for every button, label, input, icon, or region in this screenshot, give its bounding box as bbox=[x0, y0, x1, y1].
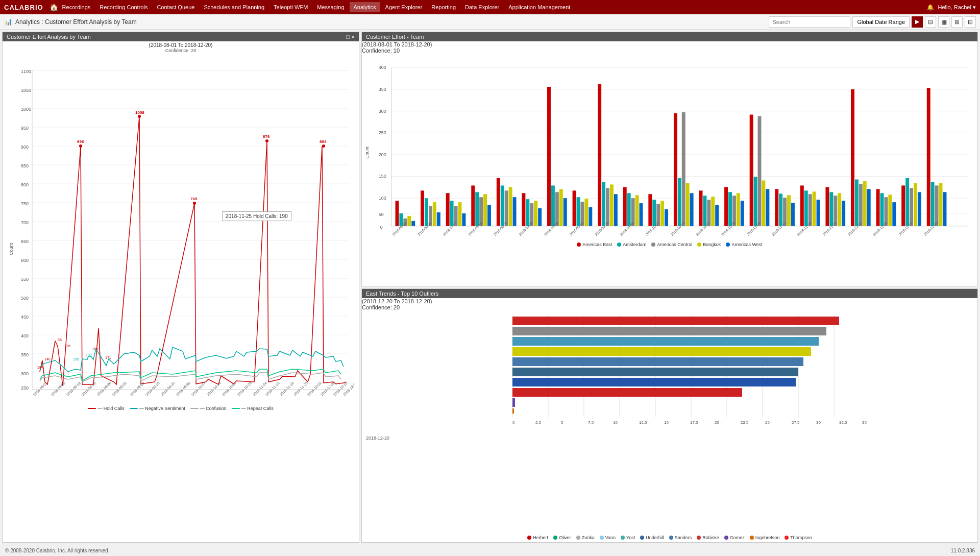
svg-text:17.5: 17.5 bbox=[690, 420, 698, 425]
svg-rect-146 bbox=[627, 193, 631, 226]
svg-rect-145 bbox=[623, 187, 627, 226]
y-axis-date: 2018-12-20 bbox=[366, 436, 397, 441]
right-bottom-y-axis: 2018-12-20 bbox=[366, 312, 397, 533]
svg-text:2018-09-16: 2018-09-16 bbox=[569, 221, 584, 236]
left-chart-subtitle: (2018-08-01 To 2018-12-20) bbox=[3, 41, 359, 48]
filter-btn[interactable]: ⊟ bbox=[925, 16, 936, 28]
svg-rect-125 bbox=[522, 193, 525, 226]
legend-yost: Yost bbox=[621, 535, 635, 540]
svg-text:2018-08-26: 2018-08-26 bbox=[96, 381, 112, 396]
svg-text:15: 15 bbox=[664, 420, 669, 425]
svg-rect-144 bbox=[614, 194, 618, 226]
nav-app-mgmt[interactable]: Application Management bbox=[504, 2, 574, 12]
nav-reporting[interactable]: Reporting bbox=[427, 2, 460, 12]
svg-rect-175 bbox=[775, 189, 778, 226]
svg-rect-132 bbox=[555, 192, 559, 226]
svg-rect-118 bbox=[483, 194, 487, 226]
top-nav: CALABRIO 🏠 Recordings Recording Controls… bbox=[0, 0, 980, 14]
svg-rect-110 bbox=[446, 193, 450, 226]
left-panel: Customer Effort Analysis by Team □ × (20… bbox=[2, 32, 359, 543]
svg-rect-122 bbox=[505, 190, 508, 226]
svg-rect-185 bbox=[825, 187, 829, 226]
svg-rect-128 bbox=[534, 201, 537, 226]
svg-rect-113 bbox=[458, 202, 461, 226]
svg-point-38 bbox=[79, 144, 82, 148]
svg-rect-111 bbox=[450, 201, 454, 226]
nav-recordings[interactable]: Recordings bbox=[58, 2, 95, 12]
nav-recording-controls[interactable]: Recording Controls bbox=[95, 2, 152, 12]
svg-rect-202 bbox=[910, 188, 913, 226]
svg-rect-183 bbox=[813, 191, 816, 226]
svg-rect-156 bbox=[678, 178, 681, 226]
svg-rect-163 bbox=[711, 197, 715, 226]
svg-text:2018-12-09: 2018-12-09 bbox=[872, 221, 888, 236]
collapse-btn[interactable]: ⊟ bbox=[965, 16, 976, 28]
svg-rect-138 bbox=[584, 199, 588, 226]
right-top-chart-container[interactable]: 400 350 300 250 200 150 100 50 0 Count bbox=[362, 54, 977, 286]
home-icon[interactable]: 🏠 bbox=[50, 3, 58, 11]
nav-schedules[interactable]: Schedules and Planning bbox=[200, 2, 268, 12]
svg-text:900: 900 bbox=[21, 144, 29, 150]
svg-text:300: 300 bbox=[379, 109, 386, 114]
svg-text:850: 850 bbox=[21, 163, 29, 168]
nav-messaging[interactable]: Messaging bbox=[313, 2, 348, 12]
close-panel-icon[interactable]: × bbox=[352, 34, 355, 40]
svg-rect-173 bbox=[762, 180, 765, 226]
svg-rect-124 bbox=[513, 197, 517, 226]
svg-text:2018-10-14: 2018-10-14 bbox=[206, 381, 222, 396]
legend-ingebretson: Ingebretson bbox=[750, 535, 780, 540]
svg-text:22.5: 22.5 bbox=[741, 420, 749, 425]
svg-text:184: 184 bbox=[37, 366, 43, 369]
left-chart-container[interactable]: 2018-11-25 Hold Calls: 190 1100 1050 100… bbox=[3, 53, 359, 542]
toolbar: 📊 Analytics : Customer Effort Analysis b… bbox=[0, 14, 980, 30]
svg-text:140: 140 bbox=[44, 357, 51, 361]
svg-text:600: 600 bbox=[21, 258, 29, 263]
nav-data-explorer[interactable]: Data Explorer bbox=[461, 2, 503, 12]
svg-rect-174 bbox=[766, 189, 769, 226]
expand-btn[interactable]: ⊞ bbox=[951, 16, 963, 28]
date-range-button[interactable]: Global Date Range bbox=[852, 16, 910, 28]
svg-text:500: 500 bbox=[21, 296, 29, 301]
svg-rect-196 bbox=[880, 193, 884, 226]
svg-rect-186 bbox=[829, 192, 833, 226]
nav-agent-explorer[interactable]: Agent Explorer bbox=[381, 2, 427, 12]
svg-rect-106 bbox=[425, 198, 428, 226]
svg-text:2018-12-16: 2018-12-16 bbox=[898, 221, 913, 236]
grid-view-btn[interactable]: ▦ bbox=[938, 16, 949, 28]
date-range-apply-btn[interactable]: ▶ bbox=[912, 16, 923, 28]
svg-rect-103 bbox=[407, 216, 411, 226]
nav-teleopti[interactable]: Teleopti WFM bbox=[270, 2, 312, 12]
svg-text:2018-11-11: 2018-11-11 bbox=[771, 221, 787, 236]
bell-icon[interactable]: 🔔 bbox=[927, 4, 934, 11]
svg-text:190: 190 bbox=[86, 353, 92, 357]
svg-rect-190 bbox=[851, 89, 854, 226]
svg-rect-181 bbox=[804, 190, 808, 226]
svg-text:7.5: 7.5 bbox=[588, 420, 594, 425]
right-top-chart-svg: 400 350 300 250 200 150 100 50 0 Count bbox=[366, 56, 973, 239]
svg-text:2018-09-23: 2018-09-23 bbox=[160, 381, 176, 396]
svg-rect-203 bbox=[914, 183, 917, 226]
svg-rect-155 bbox=[674, 113, 677, 226]
svg-rect-178 bbox=[787, 195, 791, 226]
svg-text:650: 650 bbox=[21, 239, 29, 244]
right-top-title: Customer Effort - Team bbox=[362, 32, 977, 41]
svg-rect-114 bbox=[462, 213, 465, 226]
svg-text:10: 10 bbox=[613, 420, 618, 425]
nav-contact-queue[interactable]: Contact Queue bbox=[153, 2, 199, 12]
svg-rect-166 bbox=[728, 192, 732, 226]
expand-panel-icon[interactable]: □ bbox=[346, 34, 350, 40]
user-menu[interactable]: Hello, Rachel ▾ bbox=[938, 4, 976, 11]
nav-analytics[interactable]: Analytics bbox=[350, 2, 380, 12]
legend-robiske: Robiske bbox=[697, 535, 719, 540]
date-range-label: Global Date Range bbox=[857, 19, 905, 25]
bar-yost bbox=[512, 357, 803, 366]
svg-text:32.5: 32.5 bbox=[839, 420, 847, 425]
search-input[interactable] bbox=[769, 16, 850, 28]
svg-text:200: 200 bbox=[379, 152, 386, 157]
svg-rect-188 bbox=[838, 193, 841, 226]
svg-rect-205 bbox=[927, 88, 930, 226]
app-logo: CALABRIO bbox=[4, 4, 43, 11]
right-bottom-chart-container[interactable]: 2018-12-20 0 2.5 5 7.5 10 12.5 15 bbox=[362, 310, 977, 535]
svg-text:2018-09-30: 2018-09-30 bbox=[176, 381, 191, 396]
svg-text:5: 5 bbox=[561, 420, 564, 425]
